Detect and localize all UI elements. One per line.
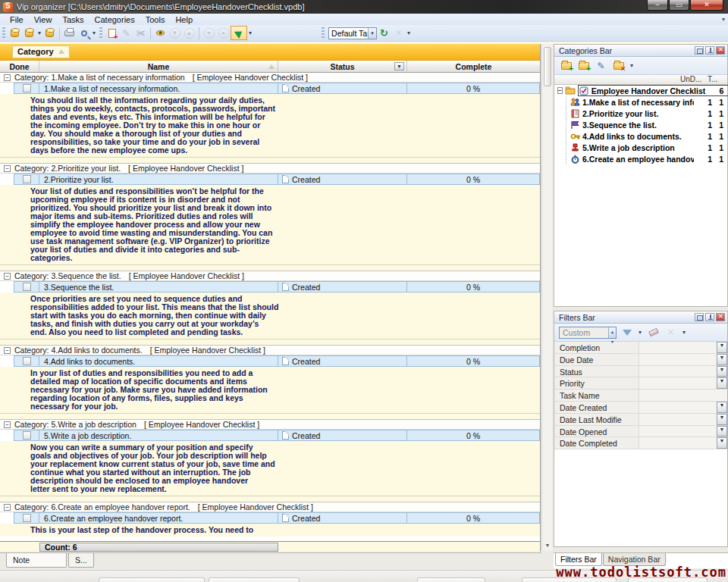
group-by-chip[interactable]: Category: [12, 45, 70, 58]
filter-dropdown-icon[interactable]: ▼: [717, 437, 727, 449]
filter-value[interactable]: [639, 342, 717, 353]
panel-close-icon[interactable]: [716, 313, 725, 321]
filter-value[interactable]: [639, 354, 717, 365]
filters-toolbar-dropdown-icon[interactable]: ▾: [681, 329, 687, 336]
task-checkbox[interactable]: [23, 431, 31, 440]
filter-dropdown-icon[interactable]: ▼: [717, 402, 727, 413]
panel-close-icon[interactable]: [716, 46, 725, 55]
filter-value[interactable]: [639, 402, 717, 413]
print-button[interactable]: [62, 27, 77, 40]
menu-tools[interactable]: Tools: [140, 15, 171, 24]
move-up-button[interactable]: ▲: [182, 27, 196, 40]
delete-task-button[interactable]: ✀: [133, 27, 148, 40]
task-checkbox[interactable]: [23, 84, 31, 92]
filter-preset-spinner[interactable]: ▴▾: [608, 327, 616, 338]
tree-item-4[interactable]: 4.Add links to documents. 1 1: [554, 130, 727, 142]
menu-overflow-chevron[interactable]: ▾: [722, 16, 725, 23]
collapse-icon[interactable]: −: [4, 421, 11, 428]
scroll-down-icon[interactable]: ▼: [543, 540, 552, 550]
filter-dropdown-icon[interactable]: ▼: [717, 426, 727, 437]
filter-value[interactable]: [639, 426, 717, 437]
filter-dropdown-icon[interactable]: ▼: [717, 377, 727, 389]
task-checkbox[interactable]: [23, 175, 31, 183]
clear-view-button[interactable]: ✕: [391, 27, 406, 40]
menu-categories[interactable]: Categories: [89, 15, 140, 24]
close-button[interactable]: ✕: [690, 0, 723, 11]
task-row[interactable]: 2.Prioritize your list. Created 0 %: [0, 174, 540, 185]
group-header[interactable]: − Category: 2.Prioritize your list. [ Em…: [0, 164, 540, 174]
group-header[interactable]: − Category: 1.Make a list of necessary i…: [0, 73, 540, 83]
menu-help[interactable]: Help: [170, 15, 198, 24]
task-row[interactable]: 5.Write a job description. Created 0 %: [0, 430, 540, 441]
print-preview-button[interactable]: [77, 27, 91, 40]
new-category-button[interactable]: [559, 59, 573, 73]
go-button[interactable]: [231, 26, 247, 40]
open-database-button[interactable]: [22, 27, 36, 40]
column-done[interactable]: Done: [0, 61, 39, 72]
save-database-button[interactable]: [42, 27, 57, 40]
maximize-button[interactable]: ▭: [669, 0, 689, 11]
new-database-button[interactable]: [8, 27, 22, 40]
filter-value[interactable]: [639, 414, 717, 425]
show-completed-button[interactable]: [153, 27, 168, 40]
tab-note[interactable]: Note: [6, 553, 67, 568]
group-header[interactable]: − Category: 5.Write a job description [ …: [0, 420, 540, 430]
delete-filter-button[interactable]: ✕: [664, 326, 678, 340]
column-complete[interactable]: Complete: [407, 61, 540, 72]
tree-item-2[interactable]: 2.Prioritize your list. 1 1: [554, 108, 727, 119]
group-header[interactable]: − Category: 6.Create an employee handove…: [0, 502, 540, 512]
print-dropdown-icon[interactable]: ▾: [91, 30, 97, 36]
column-name[interactable]: Name: [39, 61, 278, 72]
filter-dropdown-icon[interactable]: ▼: [717, 366, 727, 377]
filter-dropdown-icon[interactable]: ▼: [717, 342, 727, 353]
task-row[interactable]: 1.Make a list of necessary information. …: [0, 83, 540, 94]
group-header[interactable]: − Category: 4.Add links to documents. [ …: [0, 346, 540, 355]
filter-value[interactable]: [639, 390, 727, 401]
tree-collapse-icon[interactable]: −: [557, 87, 563, 94]
scrollbar-thumb[interactable]: [544, 47, 551, 86]
collapse-icon[interactable]: −: [4, 504, 11, 511]
move-top-button[interactable]: ⏶: [216, 27, 231, 40]
open-database-dropdown-icon[interactable]: ▾: [36, 30, 42, 36]
panel-pin-icon[interactable]: [705, 313, 714, 321]
task-checkbox[interactable]: [23, 283, 31, 291]
status-filter-dropdown[interactable]: ▼: [394, 62, 404, 70]
task-row[interactable]: 6.Create an employee handover report. Cr…: [0, 512, 540, 524]
edit-task-button[interactable]: ✎: [119, 27, 133, 40]
menu-view[interactable]: View: [29, 15, 58, 24]
filter-value[interactable]: [639, 377, 717, 389]
tree-item-root[interactable]: − Employee Handover Checklist 6 6: [554, 85, 727, 96]
task-checkbox[interactable]: [23, 357, 31, 365]
filter-dropdown-icon[interactable]: ▼: [717, 414, 727, 425]
panel-window-icon[interactable]: [695, 313, 704, 321]
categories-toolbar-dropdown-icon[interactable]: ▾: [629, 62, 635, 69]
task-view-combobox[interactable]: Default Task V ▾: [328, 27, 377, 39]
filter-value[interactable]: [639, 366, 717, 377]
toolbar-grip[interactable]: [99, 27, 102, 39]
toolbar-grip[interactable]: [2, 27, 5, 39]
panel-pin-icon[interactable]: [705, 46, 714, 55]
column-status[interactable]: Status▼: [278, 61, 407, 72]
tree-item-5[interactable]: 5.Write a job description 1 1: [554, 142, 727, 153]
panel-window-icon[interactable]: [695, 46, 704, 55]
filter-preset-combobox[interactable]: Custom ▴▾: [559, 327, 617, 339]
add-task-button[interactable]: [105, 27, 119, 40]
menu-tasks[interactable]: Tasks: [57, 15, 89, 24]
task-checkbox[interactable]: [23, 514, 31, 522]
apply-filter-button[interactable]: [620, 326, 634, 340]
collapse-icon[interactable]: −: [4, 273, 11, 280]
collapse-icon[interactable]: −: [4, 74, 11, 81]
menu-file[interactable]: File: [5, 15, 29, 24]
delete-category-button[interactable]: [611, 59, 626, 73]
move-down-button[interactable]: ▼: [168, 27, 182, 40]
column-undone[interactable]: UnD...: [680, 75, 708, 84]
edit-category-button[interactable]: ✎: [594, 59, 608, 73]
minimize-button[interactable]: –: [647, 0, 668, 11]
task-row[interactable]: 3.Sequence the list. Created 0 %: [0, 281, 540, 293]
new-subcategory-button[interactable]: [576, 59, 591, 73]
apply-filter-dropdown-icon[interactable]: ▾: [637, 329, 643, 336]
move-bottom-button[interactable]: ⏷: [202, 27, 216, 40]
go-dropdown-icon[interactable]: ▾: [247, 30, 253, 36]
toolbar-grip[interactable]: [322, 27, 325, 39]
apply-view-button[interactable]: ↻: [377, 27, 391, 40]
